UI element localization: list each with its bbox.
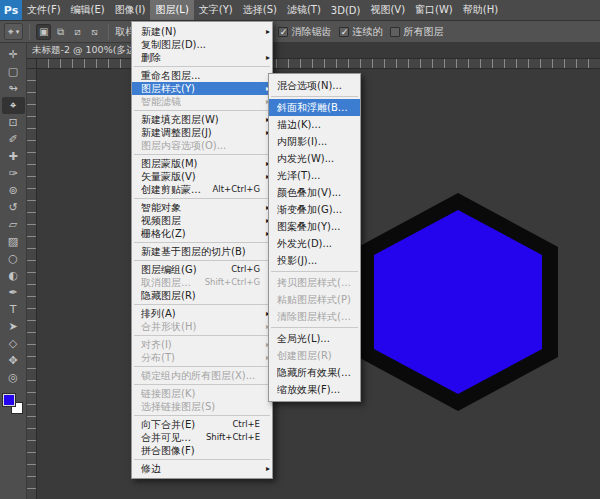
- menubar-item[interactable]: 3D(D): [326, 0, 366, 20]
- menu-item-label: 图层编组(G): [141, 263, 197, 276]
- menu-bar: Ps 文件(F)编辑(E)图像(I)图层(L)文字(Y)选择(S)滤镜(T)3D…: [0, 0, 600, 21]
- layer-style-item[interactable]: 描边(K)...: [269, 116, 360, 133]
- foreground-color-swatch[interactable]: [3, 394, 15, 406]
- layer-style-item[interactable]: 内发光(W)...: [269, 150, 360, 167]
- layer-style-item[interactable]: 隐藏所有效果(H): [269, 364, 360, 381]
- brush-tool[interactable]: ✑: [2, 165, 25, 182]
- menubar-item[interactable]: 滤镜(T): [282, 0, 326, 20]
- layer-menu-item: 对齐(I)▸: [132, 338, 272, 351]
- hand-tool[interactable]: ✥: [2, 352, 25, 369]
- submenu-arrow-icon: ▸: [266, 462, 270, 475]
- dodge-tool[interactable]: ◐: [2, 267, 25, 284]
- menu-item-label: 矢量蒙版(V): [141, 170, 196, 183]
- layer-menu-item[interactable]: 创建剪贴蒙版(C)Alt+Ctrl+G: [132, 183, 272, 196]
- menu-separator: [134, 415, 270, 416]
- layer-menu-item[interactable]: 图层样式(Y)▸: [132, 82, 272, 95]
- checkbox-checked-icon: ✓: [278, 27, 288, 37]
- gradient-tool[interactable]: ▨: [2, 233, 25, 250]
- menubar-item[interactable]: 窗口(W): [410, 0, 458, 20]
- eyedropper-tool[interactable]: ✐: [2, 131, 25, 148]
- menu-item-label: 新建填充图层(W): [141, 113, 219, 126]
- menu-item-label: 斜面和浮雕(B)...: [277, 99, 351, 116]
- intersect-selection-icon[interactable]: ⧅: [87, 24, 102, 40]
- layer-style-item[interactable]: 颜色叠加(V)...: [269, 184, 360, 201]
- tool-bar: ✛▢↬⌖⊡✐✚✑⊚↺▱▨○◐✒T➤◇✥◎: [0, 43, 27, 499]
- layer-style-item[interactable]: 光泽(T)...: [269, 167, 360, 184]
- menu-item-label: 分布(T): [141, 351, 175, 364]
- menubar-item[interactable]: 编辑(E): [66, 0, 110, 20]
- layer-menu-item[interactable]: 图层蒙版(M)▸: [132, 157, 272, 170]
- shape-tool[interactable]: ◇: [2, 335, 25, 352]
- layer-menu-item[interactable]: 复制图层(D)...: [132, 38, 272, 51]
- menu-item-label: 复制图层(D)...: [141, 38, 206, 51]
- path-selection-tool[interactable]: ➤: [2, 318, 25, 335]
- type-tool[interactable]: T: [2, 301, 25, 318]
- layer-style-item[interactable]: 缩放效果(F)...: [269, 381, 360, 398]
- menu-item-label: 拼合图像(F): [141, 444, 195, 457]
- layer-menu-item[interactable]: 重命名图层...: [132, 69, 272, 82]
- menu-item-label: 删除: [141, 51, 161, 64]
- layer-menu-item[interactable]: 隐藏图层(R): [132, 289, 272, 302]
- add-selection-icon[interactable]: ⧉: [53, 24, 68, 40]
- menubar-item[interactable]: 图层(L): [150, 0, 193, 20]
- healing-brush-tool[interactable]: ✚: [2, 148, 25, 165]
- lasso-tool[interactable]: ↬: [2, 80, 25, 97]
- layer-menu-item[interactable]: 排列(A)▸: [132, 307, 272, 320]
- layer-menu-item[interactable]: 修边▸: [132, 462, 272, 475]
- layer-style-item[interactable]: 混合选项(N)...: [269, 77, 360, 94]
- clone-stamp-tool[interactable]: ⊚: [2, 182, 25, 199]
- layer-style-item[interactable]: 全局光(L)...: [269, 330, 360, 347]
- layer-menu-item[interactable]: 向下合并(E)Ctrl+E: [132, 418, 272, 431]
- layer-menu-item[interactable]: 新建调整图层(J)▸: [132, 126, 272, 139]
- crop-tool[interactable]: ⊡: [2, 114, 25, 131]
- magic-wand-tool[interactable]: ⌖: [2, 97, 25, 114]
- layer-menu-item[interactable]: 视频图层▸: [132, 214, 272, 227]
- layer-menu-item[interactable]: 矢量蒙版(V)▸: [132, 170, 272, 183]
- menu-separator: [134, 304, 270, 305]
- options-checkbox[interactable]: ✓连续的: [339, 25, 382, 39]
- layer-menu-item[interactable]: 栅格化(Z)▸: [132, 227, 272, 240]
- new-selection-icon[interactable]: ▣: [36, 24, 51, 40]
- color-swatches[interactable]: [3, 394, 23, 414]
- layer-menu-item[interactable]: 新建填充图层(W)▸: [132, 113, 272, 126]
- menu-separator: [271, 327, 358, 328]
- menubar-item[interactable]: 视图(V): [365, 0, 410, 20]
- layer-style-item[interactable]: 外发光(D)...: [269, 235, 360, 252]
- subtract-selection-icon[interactable]: ⧄: [70, 24, 85, 40]
- marquee-tool[interactable]: ▢: [2, 63, 25, 80]
- history-brush-tool[interactable]: ↺: [2, 199, 25, 216]
- layer-style-item[interactable]: 内阴影(I)...: [269, 133, 360, 150]
- options-checkbox[interactable]: ✓消除锯齿: [278, 25, 331, 39]
- layer-menu-item[interactable]: 新建基于图层的切片(B): [132, 245, 272, 258]
- options-checkbox[interactable]: 所有图层: [390, 25, 443, 39]
- layer-menu-item[interactable]: 智能对象▸: [132, 201, 272, 214]
- horizontal-ruler[interactable]: [37, 59, 600, 69]
- menu-item-label: 图层蒙版(M): [141, 157, 197, 170]
- menu-item-label: 选择链接图层(S): [141, 400, 215, 413]
- move-tool[interactable]: ✛: [2, 46, 25, 63]
- zoom-tool[interactable]: ◎: [2, 369, 25, 386]
- menubar-item[interactable]: 帮助(H): [458, 0, 503, 20]
- polygon-layer[interactable]: [358, 193, 558, 411]
- menubar-item[interactable]: 图像(I): [110, 0, 151, 20]
- layer-style-item: 清除图层样式(A): [269, 308, 360, 325]
- tool-preset-picker[interactable]: ⌖ ▾: [4, 23, 23, 40]
- layer-menu-item[interactable]: 新建(N)▸: [132, 25, 272, 38]
- layer-menu-item[interactable]: 拼合图像(F): [132, 444, 272, 457]
- menu-item-label: 新建(N): [141, 25, 176, 38]
- layer-style-item[interactable]: 投影(J)...: [269, 252, 360, 269]
- menubar-item[interactable]: 文字(Y): [194, 0, 238, 20]
- layer-menu-item[interactable]: 合并可见图层(V)Shift+Ctrl+E: [132, 431, 272, 444]
- menubar-item[interactable]: 选择(S): [238, 0, 282, 20]
- layer-style-item[interactable]: 图案叠加(Y)...: [269, 218, 360, 235]
- layer-style-item[interactable]: 斜面和浮雕(B)...: [269, 99, 360, 116]
- options-bar: ⌖ ▾ ▣⧉⧄⧅ 取样大小: 取样点 ▾ 容差: 32 ✓消除锯齿✓连续的所有图…: [0, 21, 600, 43]
- blur-tool[interactable]: ○: [2, 250, 25, 267]
- menubar-item[interactable]: 文件(F): [22, 0, 66, 20]
- vertical-ruler[interactable]: [27, 69, 37, 499]
- layer-menu-item[interactable]: 删除▸: [132, 51, 272, 64]
- layer-style-item[interactable]: 渐变叠加(G)...: [269, 201, 360, 218]
- eraser-tool[interactable]: ▱: [2, 216, 25, 233]
- layer-menu-item[interactable]: 图层编组(G)Ctrl+G: [132, 263, 272, 276]
- pen-tool[interactable]: ✒: [2, 284, 25, 301]
